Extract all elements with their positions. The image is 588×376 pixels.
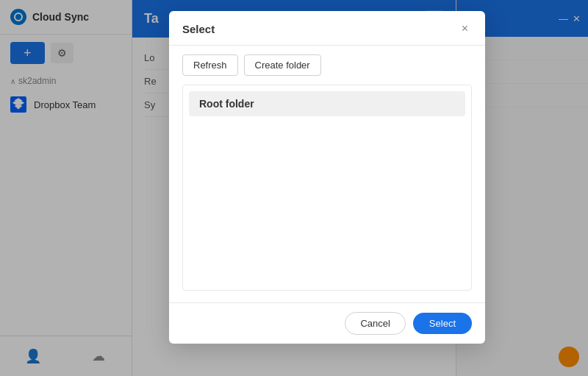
root-folder-item[interactable]: Root folder <box>189 91 465 116</box>
create-folder-button[interactable]: Create folder <box>244 54 321 76</box>
select-modal: Select × Refresh Create folder Root fold… <box>169 11 485 344</box>
cancel-button[interactable]: Cancel <box>345 312 405 335</box>
modal-body: Root folder <box>169 85 485 302</box>
folder-list-area: Root folder <box>182 85 472 291</box>
modal-toolbar: Refresh Create folder <box>169 46 485 85</box>
modal-header: Select × <box>169 11 485 46</box>
refresh-button[interactable]: Refresh <box>182 54 238 76</box>
select-button[interactable]: Select <box>413 313 472 334</box>
modal-title: Select <box>182 23 215 35</box>
modal-close-button[interactable]: × <box>458 21 472 36</box>
modal-footer: Cancel Select <box>169 302 485 344</box>
